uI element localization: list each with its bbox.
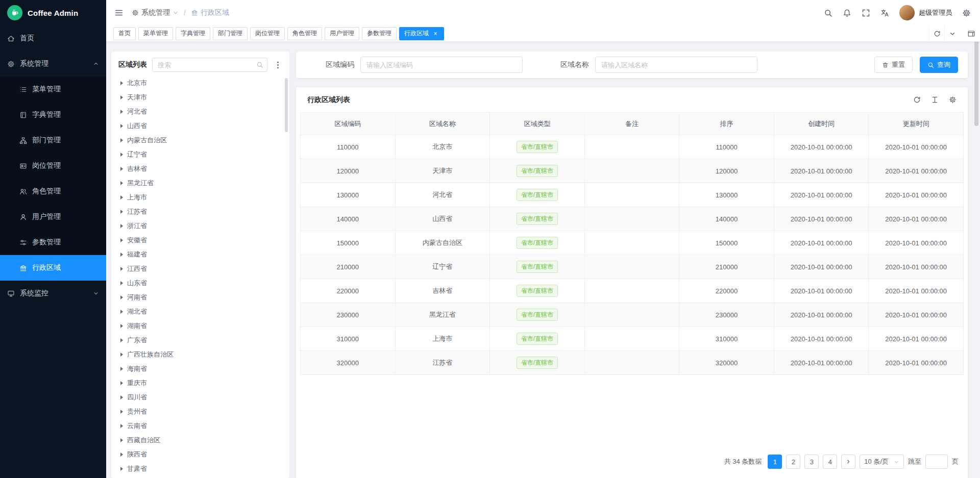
settings-gear-icon[interactable] (962, 9, 971, 17)
screen-icon[interactable] (963, 26, 980, 42)
tab-8[interactable]: 行政区域× (399, 27, 444, 40)
tree-item[interactable]: 四川省 (118, 390, 283, 405)
translate-icon[interactable] (880, 9, 889, 17)
dots-vertical-icon[interactable] (273, 61, 283, 69)
close-icon[interactable]: × (432, 30, 439, 37)
hamburger-icon[interactable] (114, 8, 124, 17)
tree-item[interactable]: 黑龙江省 (118, 176, 283, 190)
table-row[interactable]: 210000辽宁省省市/直辖市2100002020-10-01 00:00:00… (301, 255, 964, 279)
sidebar-item-menu-management[interactable]: 菜单管理 (0, 77, 106, 102)
breadcrumb-system-management[interactable]: 系统管理 (132, 8, 179, 17)
tree-item[interactable]: 陕西省 (118, 447, 283, 462)
tree-item[interactable]: 福建省 (118, 247, 283, 262)
table-row[interactable]: 130000河北省省市/直辖市1300002020-10-01 00:00:00… (301, 183, 964, 207)
tree-item[interactable]: 重庆市 (118, 376, 283, 390)
sidebar-item-dept-management[interactable]: 部门管理 (0, 128, 106, 153)
region-name-input[interactable] (595, 57, 757, 73)
tab-options-chevron-icon[interactable] (944, 26, 960, 42)
tree-item[interactable]: 安徽省 (118, 233, 283, 247)
sidebar-item-user-management[interactable]: 用户管理 (0, 204, 106, 230)
page-size-select[interactable]: 10 条/页 (860, 455, 904, 469)
tab-6[interactable]: 用户管理 (325, 27, 359, 40)
refresh-icon[interactable] (929, 26, 944, 42)
table-row[interactable]: 150000内蒙古自治区省市/直辖市1500002020-10-01 00:00… (301, 231, 964, 255)
sidebar-item-system-management[interactable]: 系统管理 (0, 51, 106, 77)
table-row[interactable]: 230000黑龙江省省市/直辖市2300002020-10-01 00:00:0… (301, 303, 964, 327)
fullscreen-icon[interactable] (862, 9, 870, 17)
tree-item[interactable]: 湖南省 (118, 319, 283, 333)
sidebar-item-role-management[interactable]: 角色管理 (0, 179, 106, 204)
sidebar-item-system-monitor[interactable]: 系统监控 (0, 281, 106, 306)
jump-page-input[interactable] (925, 455, 948, 469)
table-row[interactable]: 220000吉林省省市/直辖市2200002020-10-01 00:00:00… (301, 279, 964, 303)
tree-item[interactable]: 上海市 (118, 190, 283, 205)
region-code-input[interactable] (360, 57, 523, 73)
tab-1[interactable]: 菜单管理 (138, 27, 173, 40)
reset-button[interactable]: 重置 (874, 57, 913, 73)
tab-3[interactable]: 部门管理 (213, 27, 248, 40)
table-row[interactable]: 120000天津市省市/直辖市1200002020-10-01 00:00:00… (301, 159, 964, 183)
table-row[interactable]: 320000江苏省省市/直辖市3200002020-10-01 00:00:00… (301, 351, 964, 375)
bell-icon[interactable] (843, 9, 851, 17)
tree-item[interactable]: 河北省 (118, 105, 283, 119)
tree-item[interactable]: 贵州省 (118, 405, 283, 419)
tree-item[interactable]: 广西壮族自治区 (118, 347, 283, 362)
search-icon[interactable] (824, 9, 832, 17)
window-scrollbar-thumb[interactable] (974, 32, 978, 126)
tree-search-input[interactable] (152, 58, 267, 72)
sidebar-item-region[interactable]: 行政区域 (0, 255, 106, 281)
next-page-button[interactable] (841, 455, 855, 469)
tree-item[interactable]: 甘肃省 (118, 462, 283, 476)
tab-0[interactable]: 首页 (113, 27, 136, 40)
tree-item[interactable]: 内蒙古自治区 (118, 133, 283, 147)
refresh-icon[interactable] (913, 96, 921, 104)
tab-label: 部门管理 (218, 29, 242, 38)
tab-5[interactable]: 角色管理 (287, 27, 322, 40)
page-button-3[interactable]: 3 (804, 455, 819, 469)
table-row[interactable]: 140000山西省省市/直辖市1400002020-10-01 00:00:00… (301, 207, 964, 231)
region-tree: 北京市天津市河北省山西省内蒙古自治区辽宁省吉林省黑龙江省上海市江苏省浙江省安徽省… (118, 76, 283, 478)
sidebar-item-param-management[interactable]: 参数管理 (0, 230, 106, 255)
tree-item[interactable]: 青海省 (118, 476, 283, 478)
chevron-up-icon (93, 61, 99, 67)
tree-item[interactable]: 吉林省 (118, 162, 283, 176)
user-menu[interactable]: 超级管理员 (899, 5, 952, 20)
region-type-badge: 省市/直辖市 (517, 261, 558, 273)
tree-scrollbar-thumb[interactable] (285, 78, 288, 132)
tree-item[interactable]: 云南省 (118, 419, 283, 433)
tree-item[interactable]: 江苏省 (118, 205, 283, 219)
tree-item[interactable]: 天津市 (118, 90, 283, 105)
sidebar-item-post-management[interactable]: 岗位管理 (0, 153, 106, 179)
filter-bar: 区域编码 区域名称 重置 查询 (296, 52, 968, 78)
tree-item[interactable]: 西藏自治区 (118, 433, 283, 447)
tree-item[interactable]: 山东省 (118, 276, 283, 290)
tab-4[interactable]: 岗位管理 (250, 27, 285, 40)
tree-item[interactable]: 江西省 (118, 262, 283, 276)
caret-right-icon (120, 281, 123, 285)
tree-item-label: 河北省 (127, 107, 147, 116)
density-icon[interactable] (931, 96, 939, 104)
tree-item[interactable]: 海南省 (118, 362, 283, 376)
tree-item[interactable]: 山西省 (118, 119, 283, 133)
column-settings-icon[interactable] (949, 96, 957, 104)
tree-item[interactable]: 湖北省 (118, 305, 283, 319)
tab-2[interactable]: 字典管理 (176, 27, 210, 40)
chevron-right-icon (845, 459, 851, 465)
table-row[interactable]: 310000上海市省市/直辖市3100002020-10-01 00:00:00… (301, 327, 964, 351)
tab-7[interactable]: 参数管理 (362, 27, 397, 40)
search-button[interactable]: 查询 (920, 57, 958, 73)
gear-icon (7, 60, 15, 68)
page-button-2[interactable]: 2 (786, 455, 800, 469)
tree-item[interactable]: 河南省 (118, 290, 283, 305)
sidebar-item-home[interactable]: 首页 (0, 26, 106, 51)
sidebar-item-dict-management[interactable]: 字典管理 (0, 102, 106, 128)
tab-label: 菜单管理 (143, 29, 168, 38)
table-row[interactable]: 110000北京市省市/直辖市1100002020-10-01 00:00:00… (301, 135, 964, 159)
tree-item[interactable]: 北京市 (118, 76, 283, 90)
app-logo[interactable]: Coffee Admin (0, 0, 106, 26)
page-button-1[interactable]: 1 (768, 455, 782, 469)
tree-item[interactable]: 浙江省 (118, 219, 283, 233)
tree-item[interactable]: 辽宁省 (118, 147, 283, 162)
page-button-4[interactable]: 4 (823, 455, 837, 469)
tree-item[interactable]: 广东省 (118, 333, 283, 347)
